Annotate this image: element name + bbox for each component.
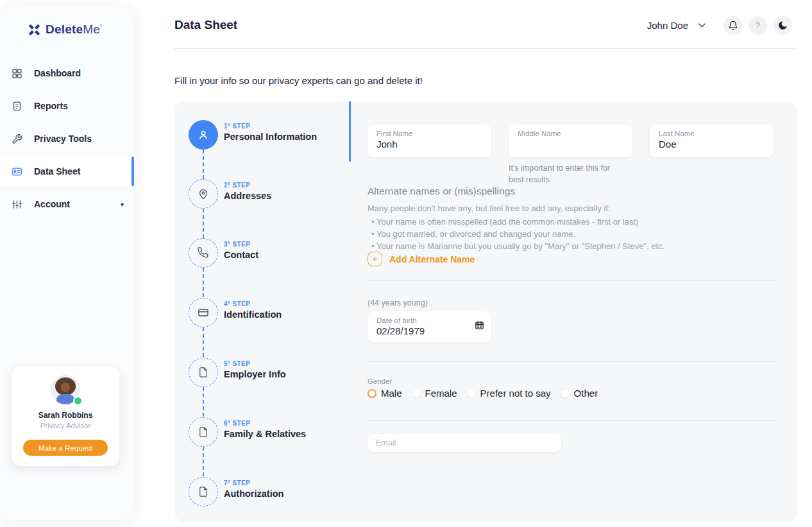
- gender-option-male[interactable]: Male: [368, 388, 402, 399]
- add-alternate-name-button[interactable]: + Add Alternate Name: [368, 252, 475, 266]
- step-title: Family & Relatives: [224, 429, 306, 439]
- page-title: Data Sheet: [174, 18, 237, 32]
- section-divider: [368, 420, 776, 421]
- bell-icon: [728, 21, 738, 31]
- online-status-dot: [73, 396, 83, 406]
- step-number: 3° STEP: [224, 241, 258, 248]
- alternate-names-intro: Many people don't have any, but feel fre…: [368, 203, 611, 213]
- last-name-label: Last Name: [659, 130, 766, 137]
- gender-option-prefer-not-to-say[interactable]: Prefer not to say: [467, 388, 551, 399]
- step-title: Identification: [224, 309, 282, 320]
- sidebar-item-label: Dashboard: [34, 68, 81, 78]
- radio-icon: [561, 389, 570, 398]
- date-of-birth-label: Date of birth: [376, 316, 484, 324]
- step-circle: [189, 120, 218, 150]
- active-section-indicator: [349, 101, 351, 162]
- step-title: Contact: [224, 250, 258, 260]
- first-name-input[interactable]: [376, 139, 484, 150]
- step-number: 6° STEP: [224, 420, 306, 427]
- middle-name-helper-text: It's important to enter this for best re…: [509, 163, 618, 186]
- add-alternate-name-label: Add Alternate Name: [389, 254, 475, 264]
- plus-icon: +: [368, 252, 382, 266]
- section-divider: [368, 361, 776, 362]
- step-number: 7° STEP: [224, 479, 283, 487]
- step-circle: [189, 238, 218, 268]
- advisor-name: Sarah Robbins: [12, 411, 119, 420]
- step-connector: [203, 447, 204, 476]
- help-button[interactable]: ?: [749, 16, 767, 35]
- phone-icon: [198, 247, 209, 259]
- calendar-icon[interactable]: [475, 320, 484, 330]
- header-actions: John Doe ?: [647, 16, 792, 35]
- step-title: Personal Information: [224, 132, 317, 142]
- sidebar-item-label: Account: [34, 199, 70, 209]
- step-number: 1° STEP: [224, 123, 317, 130]
- sidebar-item-label: Privacy Tools: [34, 134, 92, 144]
- card-icon: [197, 306, 210, 319]
- brand-pinwheel-icon: [28, 23, 41, 37]
- file-icon: [198, 367, 209, 378]
- header-divider: [174, 48, 797, 49]
- gender-option-other[interactable]: Other: [561, 388, 598, 399]
- radio-icon: [368, 389, 376, 398]
- file-icon: [198, 486, 209, 497]
- file-icon: [198, 426, 209, 438]
- gender-option-female[interactable]: Female: [412, 388, 457, 399]
- step-title: Authorization: [224, 488, 283, 499]
- step-circle: [189, 298, 218, 327]
- moon-icon: [777, 20, 788, 31]
- make-request-button[interactable]: Make a Request: [23, 440, 108, 456]
- sidebar-item-dashboard[interactable]: Dashboard: [0, 58, 134, 88]
- middle-name-input[interactable]: [518, 139, 625, 150]
- sidebar-item-account[interactable]: Account ▾: [0, 189, 134, 219]
- person-icon: [196, 128, 210, 142]
- middle-name-field[interactable]: Middle Name: [509, 125, 632, 157]
- gender-label: Gender: [368, 377, 392, 385]
- question-mark-icon: ?: [756, 21, 760, 30]
- step-circle: [189, 358, 218, 387]
- last-name-input[interactable]: [659, 139, 766, 150]
- sidebar-item-reports[interactable]: Reports: [0, 91, 134, 121]
- email-field[interactable]: [368, 434, 561, 452]
- step-connector: [203, 387, 204, 417]
- step-circle: [189, 179, 218, 209]
- first-name-field[interactable]: First Name: [368, 125, 491, 157]
- bullet-item: Your name is often misspelled (add the c…: [371, 216, 664, 228]
- sliders-icon: [12, 199, 22, 210]
- dark-mode-toggle[interactable]: [774, 16, 792, 35]
- last-name-field[interactable]: Last Name: [650, 125, 774, 157]
- sidebar-item-label: Reports: [34, 101, 68, 111]
- step-number: 2° STEP: [224, 182, 271, 189]
- bullet-item: Your name is Marianne but you usually go…: [371, 240, 664, 252]
- step-number: 4° STEP: [224, 300, 282, 307]
- step-title: Addresses: [224, 191, 271, 201]
- chevron-down-icon: ▾: [121, 201, 124, 208]
- sidebar-item-data-sheet[interactable]: Data Sheet: [0, 157, 134, 186]
- sidebar-item-privacy-tools[interactable]: Privacy Tools: [0, 124, 134, 153]
- brand-logo: DeleteMe°: [28, 22, 103, 37]
- advisor-role: Privacy Advisor: [12, 422, 119, 429]
- step-circle: [189, 477, 218, 506]
- brand-wordmark: DeleteMe°: [46, 22, 103, 37]
- middle-name-label: Middle Name: [518, 130, 625, 137]
- user-menu[interactable]: John Doe: [647, 20, 706, 31]
- notifications-button[interactable]: [723, 16, 742, 35]
- email-input[interactable]: [376, 438, 553, 447]
- radio-icon: [467, 389, 476, 398]
- bullet-item: You got married, or divorced and changed…: [371, 228, 664, 240]
- date-of-birth-field[interactable]: Date of birth: [368, 311, 491, 342]
- radio-icon: [412, 389, 421, 398]
- step-connector: [203, 268, 204, 297]
- step-connector: [203, 327, 204, 357]
- wrench-icon: [12, 134, 22, 144]
- date-of-birth-input[interactable]: [376, 325, 484, 336]
- sidebar-nav: Dashboard Reports Privacy Tools: [0, 58, 134, 222]
- sidebar: DeleteMe° Dashboard Reports: [0, 5, 134, 521]
- step-number: 5° STEP: [224, 360, 286, 367]
- report-icon: [12, 101, 22, 112]
- chevron-down-icon: [698, 23, 706, 28]
- step-title: Employer Info: [224, 369, 286, 379]
- data-sheet-panel: 1° STEP Personal Information 2° STEP Add…: [175, 101, 797, 522]
- page-subtitle: Fill in your info so our privacy experts…: [174, 75, 423, 86]
- user-name: John Doe: [647, 20, 688, 31]
